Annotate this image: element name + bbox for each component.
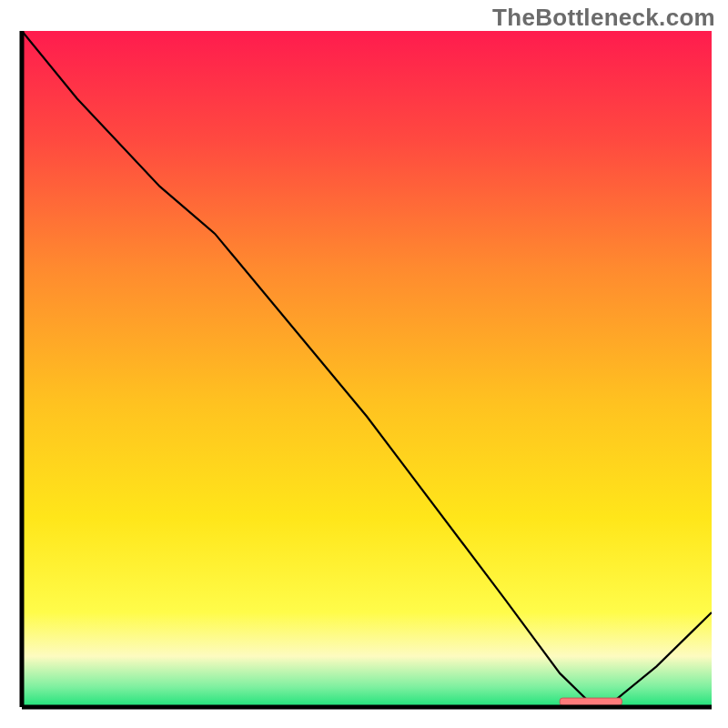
chart-container [19, 31, 712, 710]
page-root: TheBottleneck.com [0, 0, 728, 728]
chart-axes [19, 31, 712, 710]
watermark-text: TheBottleneck.com [492, 4, 715, 32]
